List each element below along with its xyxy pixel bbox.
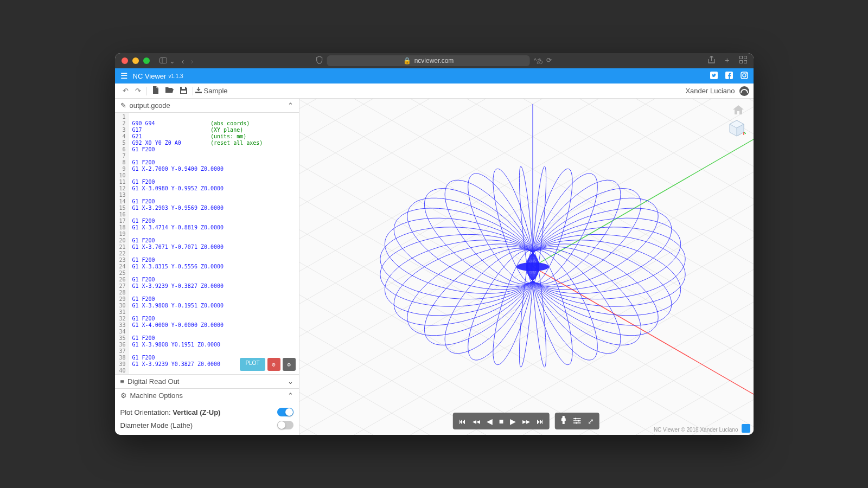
app-version: v1.1.3 [168, 73, 183, 79]
svg-line-44 [299, 120, 754, 435]
view-controls: ⤢ [555, 413, 599, 429]
minimize-window-button[interactable] [132, 57, 139, 64]
app-window: ⌄ ‹ › 🔒 ncviewer.com ᴬあ ⟳ + [115, 53, 754, 435]
user-area[interactable]: Xander Luciano [685, 86, 749, 96]
svg-point-67 [516, 262, 549, 271]
skip-end-button[interactable]: ⏭ [537, 417, 544, 426]
facebook-icon[interactable] [725, 72, 733, 81]
editor-settings-button[interactable]: ⚙ [283, 358, 296, 371]
viewport-canvas[interactable] [299, 99, 754, 435]
redo-button[interactable]: ↷ [132, 87, 144, 95]
svg-line-61 [299, 251, 561, 435]
dro-panel-header[interactable]: ≡ Digital Read Out ⌄ [115, 374, 299, 388]
settings-sliders-icon[interactable] [573, 417, 581, 426]
separator [193, 87, 193, 95]
svg-line-63 [299, 267, 533, 435]
gear-icon: ⚙ [120, 391, 127, 400]
svg-line-23 [420, 99, 754, 332]
svg-line-53 [299, 185, 674, 435]
lock-icon: 🔒 [403, 57, 411, 65]
edit-icon: ✎ [120, 101, 126, 110]
new-tab-icon[interactable]: + [725, 56, 729, 66]
machine-panel-body: Plot Orientation: Vertical (Z-Up) Diamet… [115, 402, 299, 435]
titlebar-right: + [708, 56, 746, 66]
instagram-icon[interactable] [741, 72, 748, 81]
svg-rect-11 [182, 87, 185, 89]
main-area: ✎ output.gcode ⌃ 12345678910111213141516… [115, 99, 754, 435]
list-icon: ≡ [120, 377, 125, 386]
fullscreen-icon[interactable]: ⤢ [588, 417, 594, 426]
svg-rect-5 [744, 61, 746, 63]
code-body[interactable]: G90 G94 (abs coords)G17 (XY plane)G21 (u… [129, 113, 299, 374]
browser-nav: ‹ › [182, 56, 194, 66]
home-view-button[interactable] [733, 105, 744, 118]
svg-rect-12 [181, 91, 186, 93]
translate-icon[interactable]: ᴬあ [534, 56, 543, 66]
menu-icon[interactable]: ☰ [120, 71, 127, 81]
address-bar[interactable]: 🔒 ncviewer.com [327, 55, 530, 66]
sample-button[interactable]: Sample [195, 87, 228, 95]
dashboard-icon [739, 86, 749, 96]
code-editor[interactable]: 1234567891011121314151617181920212223242… [115, 113, 299, 374]
skip-start-button[interactable]: ⏮ [458, 417, 466, 426]
corner-badge[interactable] [742, 424, 750, 433]
svg-line-20 [299, 99, 617, 316]
share-icon[interactable] [708, 56, 715, 66]
stop-button[interactable]: ■ [499, 417, 503, 426]
play-reverse-button[interactable]: ◀ [487, 417, 493, 426]
svg-line-27 [363, 99, 754, 364]
stop-plot-button[interactable]: ⊘ [267, 358, 280, 371]
file-tab[interactable]: ✎ output.gcode ⌃ [115, 99, 299, 113]
close-window-button[interactable] [122, 57, 128, 64]
shield-icon[interactable] [316, 56, 323, 66]
view-cube[interactable] [727, 119, 746, 138]
sidebar-toggle-icon[interactable] [159, 57, 167, 65]
twitter-icon[interactable] [710, 72, 718, 81]
undo-button[interactable]: ↶ [119, 87, 132, 95]
3d-viewport[interactable]: NC Viewer © 2018 Xander Luciano ⏮ ◂◂ ◀ ■… [299, 99, 754, 435]
download-icon [195, 87, 202, 95]
tabs-overview-icon[interactable] [739, 56, 747, 66]
step-forward-button[interactable]: ▸▸ [522, 417, 530, 426]
dropdown-chevron-icon[interactable]: ⌄ [169, 57, 175, 65]
collapse-icon[interactable]: ⌃ [288, 101, 293, 110]
svg-line-50 [363, 169, 754, 435]
svg-rect-8 [741, 72, 748, 79]
machine-panel-header[interactable]: ⚙ Machine Options ⌃ [115, 388, 299, 402]
play-button[interactable]: ▶ [510, 417, 516, 426]
svg-line-58 [476, 234, 754, 435]
svg-rect-4 [739, 61, 742, 63]
svg-line-49 [299, 153, 730, 435]
svg-line-28 [299, 99, 730, 381]
toolbar: ↶ ↷ Sample Xander Luciano [115, 84, 754, 99]
reload-icon[interactable]: ⟳ [546, 56, 552, 66]
back-button[interactable]: ‹ [182, 56, 184, 66]
svg-line-51 [299, 169, 702, 435]
separator [146, 87, 147, 95]
svg-line-14 [299, 99, 533, 267]
diameter-toggle[interactable] [277, 421, 293, 429]
orientation-toggle[interactable] [277, 408, 293, 416]
app-header: ☰ NC Viewer v1.1.3 [115, 68, 754, 84]
svg-line-16 [299, 99, 561, 283]
expand-icon: ⌄ [288, 377, 293, 386]
copyright-text: NC Viewer © 2018 Xander Luciano [654, 427, 738, 433]
save-file-button[interactable] [177, 87, 190, 95]
svg-line-56 [448, 218, 754, 435]
forward-button[interactable]: › [191, 56, 194, 66]
svg-point-10 [745, 73, 746, 74]
step-back-button[interactable]: ◂◂ [473, 417, 480, 426]
svg-line-54 [420, 202, 754, 435]
social-links [710, 72, 748, 81]
address-bar-group: 🔒 ncviewer.com ᴬあ ⟳ [316, 55, 552, 66]
playback-controls: ⏮ ◂◂ ◀ ■ ▶ ▸▸ ⏭ [453, 413, 550, 429]
maximize-window-button[interactable] [143, 57, 150, 64]
svg-line-32 [299, 99, 754, 413]
svg-line-26 [299, 99, 702, 364]
open-file-button[interactable] [162, 87, 177, 95]
svg-point-73 [578, 420, 580, 421]
tool-icon[interactable] [560, 416, 567, 426]
diameter-option: Diameter Mode (Lathe) [120, 419, 293, 432]
plot-button[interactable]: PLOT [240, 358, 265, 371]
new-file-button[interactable] [149, 86, 162, 95]
